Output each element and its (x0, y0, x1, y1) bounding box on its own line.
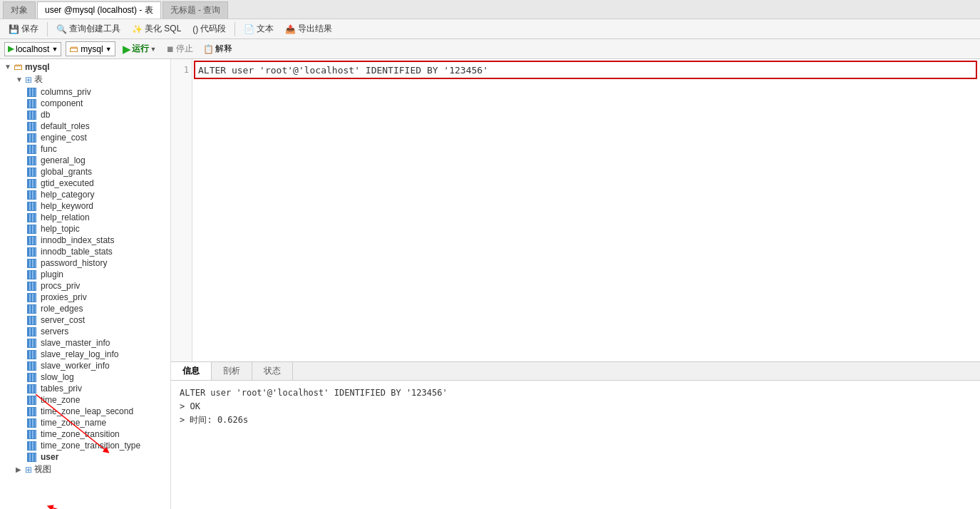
table-grid-icon (27, 350, 36, 359)
beautify-button[interactable]: ✨ 美化 SQL (128, 21, 185, 36)
sidebar-item-table-slave_master_info[interactable]: slave_master_info (1, 337, 169, 349)
tab-profile[interactable]: 剖析 (212, 362, 252, 380)
code-icon: () (192, 24, 198, 34)
sidebar-item-table-help_keyword[interactable]: help_keyword (1, 200, 169, 212)
sidebar-item-table-slow_log[interactable]: slow_log (1, 371, 169, 383)
table-grid-icon (27, 396, 36, 405)
main-area: ▼ 🗃 mysql ▼ ⊞ 表 columns_priv component d… (0, 59, 980, 509)
sidebar-item-table-innodb_table_stats[interactable]: innodb_table_stats (1, 246, 169, 257)
sql-editor-inner: 1 ALTER user 'root'@'localhost' IDENTIFI… (171, 59, 980, 361)
table-label: time_zone (41, 395, 80, 405)
sidebar-item-table-plugin[interactable]: plugin (1, 269, 169, 280)
table-label: slave_worker_info (41, 361, 110, 371)
sidebar-item-table-time_zone_transition[interactable]: time_zone_transition (1, 428, 169, 440)
sidebar-item-table-default_roles[interactable]: default_roles (1, 120, 169, 132)
export-button[interactable]: 📤 导出结果 (281, 21, 336, 36)
result-line-3: > 时间: 0.626s (180, 413, 971, 427)
sidebar-item-table-component[interactable]: component (1, 98, 169, 109)
export-icon: 📤 (285, 24, 296, 34)
table-label: default_roles (41, 121, 90, 131)
sidebar-item-table-servers[interactable]: servers (1, 326, 169, 337)
save-button[interactable]: 💾 保存 (4, 21, 43, 36)
stop-button[interactable]: ⏹ 停止 (163, 41, 196, 56)
line-number-1: 1 (174, 65, 189, 75)
table-grid-icon (27, 179, 36, 188)
table-label: general_log (41, 155, 86, 165)
result-line-2: > OK (180, 400, 971, 413)
table-label: help_relation (41, 212, 90, 222)
run-button[interactable]: ▶ 运行 ▼ (120, 41, 160, 56)
table-grid-icon (27, 225, 36, 234)
sidebar-item-table-func[interactable]: func (1, 143, 169, 155)
table-grid-icon (27, 361, 36, 371)
table-grid-icon (27, 270, 36, 279)
sidebar-item-table-server_cost[interactable]: server_cost (1, 314, 169, 326)
sidebar-item-table-columns_priv[interactable]: columns_priv (1, 86, 169, 98)
sidebar-item-table-user[interactable]: user (1, 451, 169, 463)
table-grid-icon (27, 304, 36, 314)
sidebar-item-table-general_log[interactable]: general_log (1, 155, 169, 166)
sidebar-node-tables[interactable]: ▼ ⊞ 表 (1, 73, 169, 86)
table-grid-icon (27, 259, 36, 268)
table-label: role_edges (41, 304, 83, 314)
sidebar-item-table-gtid_executed[interactable]: gtid_executed (1, 178, 169, 189)
parse-icon: 📋 (203, 44, 214, 54)
sidebar-item-table-help_category[interactable]: help_category (1, 189, 169, 200)
sidebar-item-table-password_history[interactable]: password_history (1, 257, 169, 269)
table-grid-icon (27, 145, 36, 154)
sidebar-item-table-time_zone[interactable]: time_zone (1, 394, 169, 406)
sql-textarea[interactable]: ALTER user 'root'@'localhost' IDENTIFIED… (192, 59, 980, 361)
table-label: help_topic (41, 224, 80, 234)
table-grid-icon (27, 373, 36, 382)
sidebar-item-table-role_edges[interactable]: role_edges (1, 303, 169, 314)
parse-button[interactable]: 📋 解释 (200, 41, 235, 56)
tab-query[interactable]: 无标题 - 查询 (163, 1, 229, 19)
tab-user-table[interactable]: user @mysql (localhost) - 表 (37, 1, 161, 19)
tab-info[interactable]: 信息 (171, 362, 212, 380)
table-grid-icon (27, 122, 36, 131)
code-segment-button[interactable]: () 代码段 (188, 21, 230, 36)
sidebar-item-table-time_zone_name[interactable]: time_zone_name (1, 417, 169, 428)
sidebar-item-table-slave_relay_log_info[interactable]: slave_relay_log_info (1, 349, 169, 360)
sidebar-item-table-help_relation[interactable]: help_relation (1, 212, 169, 223)
table-grid-icon (27, 168, 36, 177)
toolbar-1: 💾 保存 🔍 查询创建工具 ✨ 美化 SQL () 代码段 📄 文本 📤 导出结… (0, 19, 980, 39)
query-tool-button[interactable]: 🔍 查询创建工具 (52, 21, 125, 36)
sidebar-item-table-innodb_index_stats[interactable]: innodb_index_stats (1, 235, 169, 246)
database-select[interactable]: 🗃 mysql ▼ (66, 41, 115, 56)
table-label: slow_log (41, 372, 74, 382)
sidebar-item-table-proxies_priv[interactable]: proxies_priv (1, 292, 169, 303)
result-tabs: 信息 剖析 状态 (171, 361, 980, 381)
query-tool-icon: 🔍 (56, 24, 67, 34)
top-tab-bar: 对象 user @mysql (localhost) - 表 无标题 - 查询 (0, 0, 980, 19)
sidebar-item-table-engine_cost[interactable]: engine_cost (1, 132, 169, 143)
sidebar-item-table-global_grants[interactable]: global_grants (1, 166, 169, 178)
sidebar-item-table-slave_worker_info[interactable]: slave_worker_info (1, 360, 169, 371)
tab-objects[interactable]: 对象 (3, 1, 36, 19)
localhost-dropdown-icon: ▼ (51, 46, 58, 53)
sidebar-item-table-procs_priv[interactable]: procs_priv (1, 280, 169, 292)
table-grid-icon (27, 407, 36, 416)
table-label: component (41, 98, 83, 108)
table-label: func (41, 144, 57, 154)
table-label: slave_master_info (41, 338, 110, 348)
sidebar-item-table-help_topic[interactable]: help_topic (1, 223, 169, 235)
sidebar-node-views[interactable]: ▶ ⊞ 视图 (1, 463, 169, 476)
stop-icon: ⏹ (166, 44, 175, 54)
table-label: time_zone_transition (41, 429, 120, 439)
table-label: procs_priv (41, 281, 80, 291)
table-label: global_grants (41, 167, 92, 177)
table-grid-icon (27, 418, 36, 428)
tab-status[interactable]: 状态 (252, 362, 293, 380)
sidebar-item-table-db[interactable]: db (1, 109, 169, 120)
localhost-select-container: ▶ localhost ▼ (4, 42, 61, 56)
text-button[interactable]: 📄 文本 (239, 21, 278, 36)
run-icon: ▶ (123, 43, 130, 55)
sidebar-node-mysql[interactable]: ▼ 🗃 mysql (1, 61, 169, 73)
sidebar-item-table-time_zone_leap_second[interactable]: time_zone_leap_second (1, 406, 169, 417)
table-grid-icon (27, 339, 36, 348)
line-numbers: 1 (171, 59, 192, 361)
localhost-select[interactable]: ▶ localhost ▼ (4, 42, 61, 56)
sidebar-item-table-time_zone_transition_type[interactable]: time_zone_transition_type (1, 440, 169, 451)
sidebar-item-table-tables_priv[interactable]: tables_priv (1, 383, 169, 394)
